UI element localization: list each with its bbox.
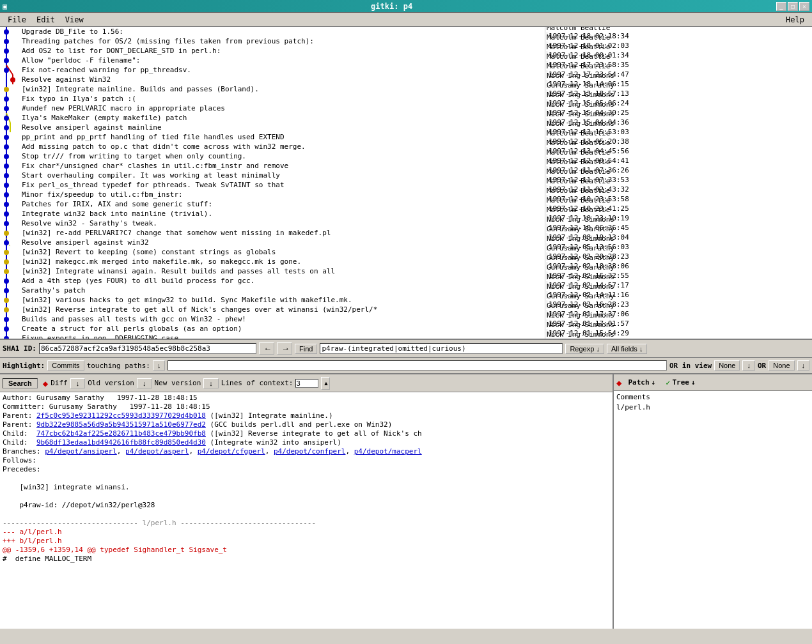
commit-msg: Resolve against Win32 xyxy=(20,75,545,84)
old-version-arrow[interactable]: ↓ xyxy=(137,378,152,388)
close-button[interactable]: ✕ xyxy=(799,2,809,11)
commit-msg: pp_print and pp_prtf handling of tied fi… xyxy=(20,133,545,141)
menu-edit[interactable]: Edit xyxy=(31,14,60,26)
tree-perl-h[interactable]: l/perl.h xyxy=(616,402,809,413)
svg-point-26 xyxy=(4,221,9,226)
old-version-label: Old version xyxy=(88,379,134,387)
commit-row[interactable]: #undef new PERLVARIC macro in appropriat… xyxy=(20,103,812,113)
commit-row[interactable]: Builds and passes all tests with gcc on … xyxy=(20,314,812,324)
commit-list[interactable]: Upgrade DB_File to 1.56: Malcolm Beattie… xyxy=(20,27,812,339)
commit-row[interactable]: Resolve win32 - Sarathy's tweak. Nick In… xyxy=(20,218,812,228)
or-label: OR xyxy=(758,362,766,370)
svg-point-29 xyxy=(4,250,9,255)
commit-row[interactable]: Fix char*/unsigned char* clashes in util… xyxy=(20,161,812,171)
allfields-button[interactable]: All fields ↓ xyxy=(607,344,648,354)
svg-point-16 xyxy=(4,125,9,130)
new-version-arrow[interactable]: ↓ xyxy=(203,378,219,388)
commit-row[interactable]: Resolve ansiperl against win32 Nick Ing-… xyxy=(20,238,812,247)
none1-button[interactable]: None xyxy=(714,360,740,371)
commit-row[interactable]: Upgrade DB_File to 1.56: Malcolm Beattie… xyxy=(20,27,812,36)
commit-row[interactable]: Add missing patch to op.c that didn't co… xyxy=(20,142,812,151)
svg-point-14 xyxy=(4,106,9,111)
commit-row[interactable]: [win32] makegcc.mk merged into makefile.… xyxy=(20,257,812,266)
commit-msg: Start overhauling compiler. It was worki… xyxy=(20,171,545,180)
commit-msg: Minor fix/speedup to util.c:fbm_instr: xyxy=(20,190,545,199)
or-in-view-label: OR in view xyxy=(669,362,712,370)
commit-msg: Resolve win32 - Sarathy's tweak. xyxy=(20,219,545,227)
right-panel: ◆ Patch ↓ ✓ Tree ↓ Comments l/perl.h xyxy=(614,374,812,629)
commit-row[interactable]: Resolve against Win32 Nick Ing-Simmons 1… xyxy=(20,75,812,84)
lines-up[interactable]: ▲ xyxy=(321,377,330,390)
commit-msg: Stop tr/// from writing to target when o… xyxy=(20,152,545,160)
graph-list-wrapper: Upgrade DB_File to 1.56: Malcolm Beattie… xyxy=(0,27,812,339)
commit-row[interactable]: Sarathy's patch Nick Ing-Simmons 1997-12… xyxy=(20,286,812,295)
sha-bar: SHA1 ID: ← → Find Regexp ↓ All fields ↓ xyxy=(0,340,812,358)
diff-text[interactable]: Author: Gurusamy Sarathy 1997-11-28 18:4… xyxy=(0,392,613,629)
right-content-inner[interactable]: Comments l/perl.h xyxy=(616,392,809,627)
none2-arrow[interactable]: ↓ xyxy=(797,360,810,371)
commit-msg: [win32] re-add PERLVARI?C? change that s… xyxy=(20,229,545,237)
lines-input[interactable] xyxy=(295,379,318,388)
highlight-bar: Highlight: Commits touching paths: ↓ OR … xyxy=(0,358,812,374)
commit-row[interactable]: Ilya's MakeMaker (empty makefile) patch … xyxy=(20,113,812,123)
patch-tab[interactable]: Patch ↓ xyxy=(624,378,659,387)
commit-msg: Add a 4th step (yes FOUR) to dll build p… xyxy=(20,277,545,285)
tree-tab[interactable]: ✓ Tree ↓ xyxy=(662,378,699,388)
commit-row[interactable]: Integrate win32 back into mainline (triv… xyxy=(20,209,812,218)
menu-file[interactable]: File xyxy=(3,14,31,26)
menu-bar: File Edit View Help xyxy=(0,13,812,27)
commit-row[interactable]: [win32] various hacks to get mingw32 to … xyxy=(20,295,812,305)
commit-row[interactable]: [win32] Revert to keeping (some) constan… xyxy=(20,247,812,257)
commit-row[interactable]: [win32] re-add PERLVARI?C? change that s… xyxy=(20,228,812,238)
find-input[interactable] xyxy=(320,343,563,354)
tree-comments: Comments xyxy=(616,392,809,402)
maximize-button[interactable]: □ xyxy=(788,2,798,11)
commit-msg: Integrate win32 back into mainline (triv… xyxy=(20,210,545,218)
commit-row[interactable]: Resolve ansiperl against mainline Nick I… xyxy=(20,123,812,132)
commit-row[interactable]: [win32] Reverse integrate to get all of … xyxy=(20,305,812,314)
commit-row[interactable]: Allow "perldoc -F filename": Malcolm Bea… xyxy=(20,56,812,65)
commit-row[interactable]: Create a struct for all perls globals (a… xyxy=(20,324,812,334)
diff-arrow[interactable]: ↓ xyxy=(70,378,86,388)
menu-view[interactable]: View xyxy=(60,14,89,26)
commit-msg: Fix not-reached warning for pp_threadsv. xyxy=(20,66,545,74)
commit-row[interactable]: Fixup exports in non -DDEBUGGING case Ni… xyxy=(20,334,812,339)
svg-point-25 xyxy=(4,211,9,217)
sha-next-button[interactable]: → xyxy=(277,342,292,355)
commit-row[interactable]: Threading patches for OS/2 (missing file… xyxy=(20,36,812,46)
search-button[interactable]: Search xyxy=(3,378,38,388)
commit-row[interactable]: pp_print and pp_prtf handling of tied fi… xyxy=(20,132,812,142)
commits-button[interactable]: Commits xyxy=(47,360,84,371)
svg-point-33 xyxy=(4,288,9,293)
patch-tab-arrow: ↓ xyxy=(652,378,656,387)
svg-point-18 xyxy=(4,144,9,150)
svg-point-9 xyxy=(4,58,9,63)
commit-row[interactable]: Stop tr/// from writing to target when o… xyxy=(20,151,812,161)
commit-row[interactable]: Add a 4th step (yes FOUR) to dll build p… xyxy=(20,276,812,286)
commit-row[interactable]: Patches for IRIX, AIX and some generic s… xyxy=(20,199,812,209)
svg-point-34 xyxy=(4,298,9,303)
svg-point-17 xyxy=(4,135,9,140)
commit-row[interactable]: Start overhauling compiler. It was worki… xyxy=(20,171,812,180)
commit-row[interactable]: [win32] Integrate mainline. Builds and p… xyxy=(20,84,812,94)
none2-button[interactable]: None xyxy=(769,360,794,371)
regexp-button[interactable]: Regexp ↓ xyxy=(565,344,604,354)
sha1-input[interactable] xyxy=(39,343,256,354)
touching-input[interactable] xyxy=(168,360,666,371)
svg-point-15 xyxy=(4,116,9,121)
sha-prev-button[interactable]: ← xyxy=(259,342,274,355)
commit-msg: Fix char*/unsigned char* clashes in util… xyxy=(20,162,545,170)
commit-row[interactable]: Fix not-reached warning for pp_threadsv.… xyxy=(20,65,812,75)
commit-row[interactable]: Fix perl_os_thread typedef for pthreads.… xyxy=(20,180,812,190)
commit-row[interactable]: Add OS2 to list for DONT_DECLARE_STD in … xyxy=(20,46,812,56)
none1-arrow[interactable]: ↓ xyxy=(742,360,755,371)
menu-help[interactable]: Help xyxy=(781,14,809,26)
commit-msg: Fix perl_os_thread typedef for pthreads.… xyxy=(20,181,545,189)
commit-msg: Add missing patch to op.c that didn't co… xyxy=(20,142,545,151)
touching-arrow[interactable]: ↓ xyxy=(153,360,166,371)
minimize-button[interactable]: _ xyxy=(776,2,786,11)
find-button[interactable]: Find xyxy=(295,344,317,354)
commit-row[interactable]: Fix typo in Ilya's patch :( Nick Ing-Sim… xyxy=(20,94,812,103)
commit-row[interactable]: [win32] Integrate winansi again. Result … xyxy=(20,266,812,276)
commit-row[interactable]: Minor fix/speedup to util.c:fbm_instr: M… xyxy=(20,190,812,199)
